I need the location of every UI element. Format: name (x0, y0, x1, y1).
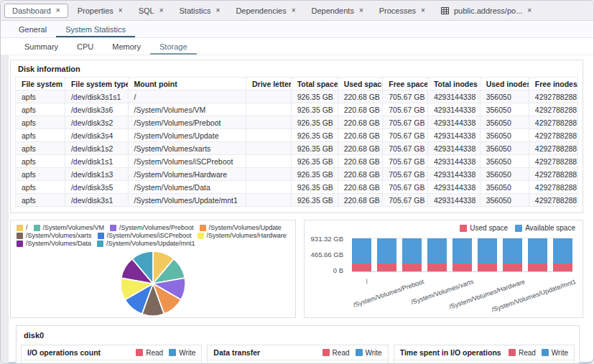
legend-label: /System/Volumes/iSCPreboot (107, 232, 192, 239)
tab-system-statistics[interactable]: System Statistics (56, 22, 135, 37)
tab-cpu[interactable]: CPU (68, 39, 103, 55)
table-cell: 926.35 GB (291, 116, 338, 129)
tab-dependencies[interactable]: Dependencies× (228, 4, 303, 18)
legend-row: /System/Volumes/xarts/System/Volumes/iSC… (17, 232, 289, 239)
table-header-row: File systemFile system typeMount pointDr… (16, 78, 578, 90)
window-tab-bar: Dashboard×Properties×SQL×Statistics×Depe… (1, 1, 593, 21)
close-icon[interactable]: × (159, 7, 164, 14)
tab-public-address-po[interactable]: public.address/po...× (433, 4, 539, 18)
close-icon[interactable]: × (216, 7, 221, 14)
legend-item-available-space: Available space (515, 224, 575, 232)
disk-information-panel: Disk information File systemFile system … (10, 60, 583, 213)
tab-label: Properties (78, 6, 113, 15)
pgadmin-window: Dashboard×Properties×SQL×Statistics×Depe… (0, 0, 594, 364)
column-header-file-system: File system (16, 78, 65, 90)
table-cell: /System/Volumes/VM (128, 103, 246, 116)
table-cell: 926.35 GB (291, 103, 338, 116)
table-grid-icon (441, 7, 449, 14)
table-cell: 4292788288 (529, 142, 577, 155)
bar-chart-y-axis: 931.32 GB465.66 GB0 B (310, 238, 348, 271)
table-row: apfs/dev/disk3s1/System/Volumes/Update/m… (16, 194, 578, 207)
table-cell (246, 155, 292, 168)
table-cell: 4293144338 (427, 168, 480, 181)
legend-label: Read (146, 349, 163, 357)
legend-swatch (200, 225, 206, 231)
close-icon[interactable]: × (527, 7, 532, 14)
legend-item: /System/Volumes/Data (17, 240, 91, 247)
bar-chart-bars (352, 238, 572, 272)
table-cell: 705.67 GB (383, 142, 428, 155)
tab-properties[interactable]: Properties× (70, 4, 131, 18)
chart-header: Data transferReadWrite (208, 345, 387, 360)
y-tick-label: 931.32 GB (311, 235, 343, 243)
table-cell: 4292788288 (529, 168, 577, 181)
tab-processes[interactable]: Processes× (371, 4, 433, 18)
table-cell: 926.35 GB (291, 194, 338, 207)
tab-statistics[interactable]: Statistics× (172, 4, 228, 18)
legend-item-write: Write (356, 349, 382, 357)
close-icon[interactable]: × (119, 7, 123, 14)
chart-panel-data-transfer: Data transferReadWrite314.79 GB (207, 345, 388, 364)
close-icon[interactable]: × (56, 7, 60, 14)
close-icon[interactable]: × (421, 7, 425, 14)
table-row: apfs/dev/disk3s6/System/Volumes/VM926.35… (16, 103, 578, 116)
legend-swatch (356, 349, 363, 356)
column-header-free-space: Free space (383, 78, 428, 90)
table-cell: /System/Volumes/iSCPreboot (128, 155, 246, 168)
used-space-segment (553, 263, 572, 271)
tab-storage[interactable]: Storage (150, 39, 197, 55)
table-cell: apfs (16, 103, 65, 116)
stacked-bar-system-volumes-update (427, 238, 447, 271)
used-space-segment (478, 263, 497, 271)
chart-legend: ReadWrite (322, 349, 382, 357)
stacked-bar-system-volumes-vm (377, 238, 396, 271)
table-cell: 4293144338 (427, 194, 480, 207)
table-cell: /System/Volumes/Update/mnt1 (128, 194, 246, 207)
tab-label: public.address/po... (454, 6, 522, 15)
available-space-segment (503, 238, 522, 263)
tab-dependents[interactable]: Dependents× (304, 4, 371, 18)
available-space-segment (377, 238, 396, 263)
table-row: apfs/dev/disk3s2/System/Volumes/Preboot9… (16, 116, 578, 129)
table-cell: apfs (16, 116, 65, 129)
available-space-segment (453, 238, 472, 263)
table-cell (246, 194, 292, 207)
close-icon[interactable]: × (292, 7, 296, 14)
table-cell: 220.68 GB (338, 181, 383, 194)
chart-panel-i-o-operations-count: I/O operations countReadWrite35M30M (21, 345, 202, 364)
tab-label: Dependents (312, 6, 354, 15)
legend-label: /System/Volumes/Preboot (119, 224, 194, 231)
table-cell: 926.35 GB (291, 155, 338, 168)
table-cell: 4293144338 (427, 142, 480, 155)
disk-information-table: File systemFile system typeMount pointDr… (15, 77, 578, 207)
table-cell: 4292788288 (529, 181, 577, 194)
table-cell: 4293144338 (427, 116, 480, 129)
table-cell: /dev/disk1s1 (65, 155, 128, 168)
tab-sql[interactable]: SQL× (131, 4, 172, 18)
table-cell (246, 181, 292, 194)
table-cell: 4292788288 (529, 194, 577, 207)
table-cell: 705.67 GB (383, 129, 428, 142)
tab-label: Statistics (180, 6, 211, 15)
dashboard-nav-bar: GeneralSystem Statistics (1, 21, 593, 38)
chart-plot: 1.11 h (394, 360, 574, 364)
close-icon[interactable]: × (359, 7, 363, 14)
line-chart-svg (394, 360, 574, 364)
legend-item: /System/Volumes/Preboot (110, 224, 194, 231)
table-cell: apfs (16, 155, 65, 168)
tab-general[interactable]: General (9, 22, 56, 37)
legend-swatch (98, 233, 104, 239)
legend-item: /System/Volumes/xarts (17, 232, 92, 239)
table-cell (246, 116, 292, 129)
legend-swatch (17, 225, 23, 231)
table-row: apfs/dev/disk1s3/System/Volumes/Hardware… (16, 168, 578, 181)
table-cell: /dev/disk3s6 (65, 103, 128, 116)
tab-summary[interactable]: Summary (15, 39, 68, 55)
tab-dashboard[interactable]: Dashboard× (4, 4, 68, 18)
tab-memory[interactable]: Memory (103, 39, 150, 55)
table-cell: 220.68 GB (338, 90, 383, 103)
column-header-drive-letter: Drive letter (246, 78, 292, 90)
available-space-segment (402, 238, 422, 263)
table-cell: 220.68 GB (338, 168, 383, 181)
table-cell: 220.68 GB (338, 129, 383, 142)
